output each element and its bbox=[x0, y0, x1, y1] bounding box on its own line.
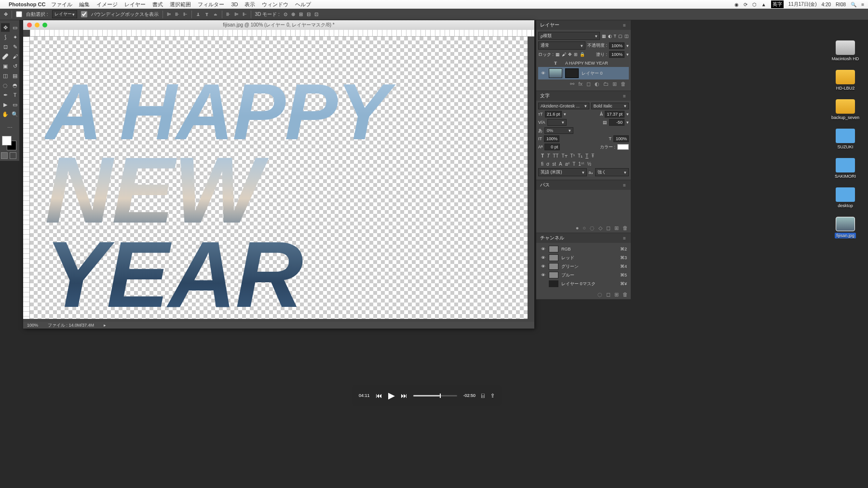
lock-trans-icon[interactable]: ▦ bbox=[556, 52, 560, 57]
status-user[interactable]: RI08 bbox=[836, 2, 846, 7]
layer-name[interactable]: レイヤー 0 bbox=[582, 70, 603, 77]
align-center-h-icon[interactable]: ⊪ bbox=[175, 12, 179, 17]
status-cloud-icon[interactable]: ◉ bbox=[734, 2, 739, 7]
align-center-v-icon[interactable]: ⫪ bbox=[204, 12, 209, 17]
align-top-icon[interactable]: ⫫ bbox=[196, 12, 201, 17]
desktop-folder-desktop[interactable]: desktop bbox=[828, 187, 862, 208]
ot-fraction-icon[interactable]: ½ bbox=[587, 161, 591, 167]
layer-name[interactable]: A HAPPY NEW YEAR bbox=[565, 61, 608, 66]
notification-icon[interactable]: ≡ bbox=[861, 2, 864, 7]
fastforward-button[interactable]: ⏭ bbox=[401, 392, 407, 399]
lock-pos-icon[interactable]: ✥ bbox=[568, 52, 572, 57]
distribute-v-icon[interactable]: ⊫ bbox=[234, 12, 239, 17]
layer-mask-icon[interactable]: ◻ bbox=[586, 81, 591, 87]
leading-field[interactable]: 17.37 pt bbox=[605, 111, 624, 118]
eraser-tool[interactable]: ◫ bbox=[1, 71, 10, 80]
new-channel-icon[interactable]: ⊞ bbox=[614, 291, 619, 298]
menu-3d[interactable]: 3D bbox=[231, 1, 238, 7]
sel-to-path-icon[interactable]: ◇ bbox=[598, 225, 602, 231]
airplay-icon[interactable]: ⌸ bbox=[481, 393, 485, 398]
ot-swash-icon[interactable]: st bbox=[552, 161, 556, 167]
heal-tool[interactable]: 🩹 bbox=[1, 52, 10, 61]
menu-type[interactable]: 書式 bbox=[152, 1, 163, 8]
share-icon[interactable]: ⇪ bbox=[490, 393, 495, 399]
filter-smart-icon[interactable]: ◫ bbox=[624, 34, 629, 39]
fg-color[interactable] bbox=[2, 136, 12, 145]
pen-tool[interactable]: ✒ bbox=[1, 91, 10, 99]
stroke-path-icon[interactable]: ○ bbox=[583, 225, 586, 231]
visibility-icon[interactable]: 👁 bbox=[540, 264, 546, 269]
lock-all-icon[interactable]: 🔒 bbox=[580, 52, 585, 57]
3d-orbit-icon[interactable]: ⊙ bbox=[284, 12, 287, 17]
menu-select[interactable]: 選択範囲 bbox=[170, 1, 191, 8]
history-brush-tool[interactable]: ↺ bbox=[11, 62, 19, 70]
load-sel-icon[interactable]: ◌ bbox=[597, 291, 602, 298]
menu-file[interactable]: ファイル bbox=[51, 1, 72, 8]
antialias-dropdown[interactable]: 強く▾ bbox=[595, 168, 629, 176]
new-path-icon[interactable]: ⊞ bbox=[614, 225, 619, 231]
paths-tab[interactable]: パス≡ bbox=[536, 180, 631, 190]
ot-alt-icon[interactable]: σ bbox=[546, 161, 549, 167]
visibility-icon[interactable]: 👁 bbox=[540, 273, 546, 277]
panel-menu-icon[interactable]: ≡ bbox=[622, 23, 627, 28]
opacity-field[interactable]: 100% bbox=[609, 42, 624, 49]
add-mask-path-icon[interactable]: ◻ bbox=[606, 225, 610, 231]
layer-fx-icon[interactable]: fx bbox=[578, 81, 583, 87]
font-family-dropdown[interactable]: Akzidenz-Grotesk ...▾ bbox=[538, 103, 589, 109]
channel-row-mask[interactable]: レイヤー 0マスク⌘¥ bbox=[538, 279, 629, 288]
font-size-field[interactable]: 21.6 pt bbox=[545, 111, 562, 118]
crop-tool[interactable]: ⊡ bbox=[1, 42, 10, 51]
blend-mode-dropdown[interactable]: 通常▾ bbox=[538, 41, 585, 50]
ruler-horizontal[interactable] bbox=[30, 30, 534, 37]
path-to-sel-icon[interactable]: ◌ bbox=[590, 225, 595, 231]
spotlight-icon[interactable]: 🔍 bbox=[851, 2, 856, 7]
status-ime[interactable]: 英字 bbox=[771, 0, 784, 8]
menu-window[interactable]: ウィンドウ bbox=[262, 1, 288, 8]
desktop-file-fijisan[interactable]: fijisan.jpg bbox=[828, 217, 862, 238]
document-titlebar[interactable]: fijisan.jpg @ 100% (レイヤー 0, レイヤーマスク/8) * bbox=[23, 20, 534, 30]
visibility-icon[interactable]: 👁 bbox=[540, 247, 546, 251]
path-select-tool[interactable]: ▶ bbox=[1, 100, 10, 109]
layer-row-image[interactable]: 👁 レイヤー 0 bbox=[538, 67, 629, 79]
play-button[interactable]: ▶ bbox=[388, 390, 395, 401]
character-tab[interactable]: 文字≡ bbox=[536, 91, 631, 101]
ot-fi-icon[interactable]: fi bbox=[541, 161, 543, 167]
status-sync-icon[interactable]: ⟳ bbox=[744, 2, 747, 7]
filter-shape-icon[interactable]: ▢ bbox=[618, 34, 623, 39]
layer-group-icon[interactable]: 🗀 bbox=[603, 81, 609, 87]
marquee-tool[interactable]: ▭ bbox=[11, 23, 19, 32]
adjustment-layer-icon[interactable]: ◐ bbox=[595, 81, 599, 87]
baseline-field[interactable]: 0 pt bbox=[544, 144, 560, 150]
panel-menu-icon[interactable]: ≡ bbox=[622, 236, 627, 241]
show-bbox-checkbox[interactable] bbox=[81, 11, 87, 17]
filter-type-icon[interactable]: T bbox=[614, 34, 617, 39]
canvas-area[interactable]: A HAPPY NEW YEAR bbox=[30, 37, 528, 319]
player-scrubber[interactable] bbox=[413, 395, 458, 396]
bold-icon[interactable]: T bbox=[541, 153, 544, 158]
vscale-field[interactable]: 100% bbox=[544, 135, 559, 142]
channel-row-blue[interactable]: 👁ブルー⌘5 bbox=[538, 271, 629, 279]
magic-wand-tool[interactable]: ✦ bbox=[11, 33, 19, 41]
superscript-icon[interactable]: T¹ bbox=[570, 153, 575, 158]
menu-image[interactable]: イメージ bbox=[96, 1, 118, 8]
zoom-window-icon[interactable] bbox=[42, 23, 47, 27]
desktop-folder-sakimori[interactable]: SAKIMORI bbox=[828, 158, 862, 179]
auto-select-checkbox[interactable] bbox=[16, 11, 22, 17]
auto-select-mode-dropdown[interactable]: レイヤー▾ bbox=[52, 10, 77, 18]
distribute-h-icon[interactable]: ⊪ bbox=[226, 12, 231, 17]
3d-scale-icon[interactable]: ⊡ bbox=[314, 12, 318, 17]
menu-help[interactable]: ヘルプ bbox=[295, 1, 311, 8]
layers-tab[interactable]: レイヤー≡ bbox=[536, 20, 631, 30]
desktop-drive-macintosh-hd[interactable]: Macintosh HD bbox=[828, 40, 862, 61]
zoom-level[interactable]: 100% bbox=[27, 323, 38, 328]
blur-tool[interactable]: ◌ bbox=[1, 81, 10, 90]
rewind-button[interactable]: ⏮ bbox=[376, 392, 382, 399]
brush-tool[interactable]: 🖌 bbox=[11, 52, 19, 61]
desktop-drive-hdlbu2[interactable]: HD-LBU2 bbox=[828, 70, 862, 91]
font-style-dropdown[interactable]: Bold Italic▾ bbox=[591, 103, 629, 109]
smallcaps-icon[interactable]: Tᴛ bbox=[561, 153, 567, 158]
tracking-field[interactable]: -50 bbox=[609, 119, 624, 126]
status-more-icon[interactable]: ▸ bbox=[104, 323, 106, 328]
filter-adjust-icon[interactable]: ◐ bbox=[608, 34, 612, 39]
quickmask-toggle[interactable] bbox=[0, 150, 19, 161]
